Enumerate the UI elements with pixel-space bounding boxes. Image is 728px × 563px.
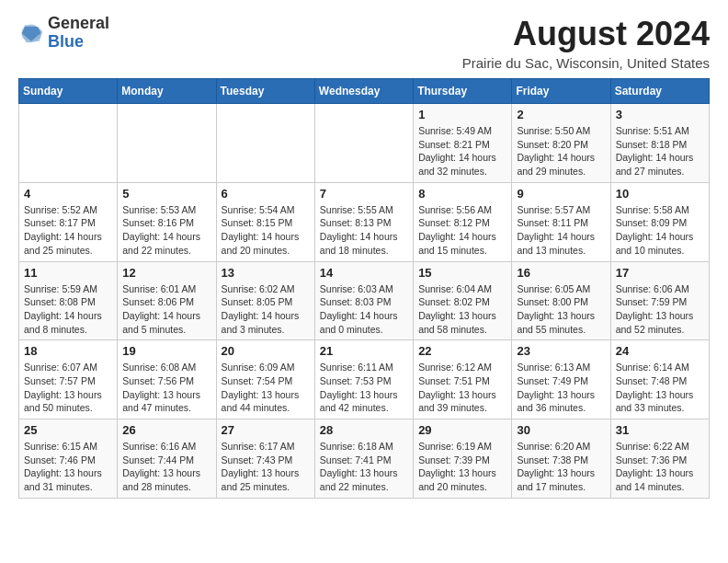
calendar-cell: 29Sunrise: 6:19 AM Sunset: 7:39 PM Dayli… [414,419,512,499]
calendar-week-row: 1Sunrise: 5:49 AM Sunset: 8:21 PM Daylig… [19,104,710,183]
day-number: 30 [517,423,605,437]
day-number: 11 [24,266,112,280]
calendar-cell: 13Sunrise: 6:02 AM Sunset: 8:05 PM Dayli… [216,261,314,340]
day-number: 8 [418,187,506,201]
day-info: Sunrise: 6:01 AM Sunset: 8:06 PM Dayligh… [122,282,210,337]
day-number: 13 [222,266,310,280]
title-area: August 2024 Prairie du Sac, Wisconsin, U… [462,15,710,71]
calendar-cell [19,104,118,183]
day-number: 31 [616,423,704,437]
day-number: 28 [320,423,408,437]
day-info: Sunrise: 6:05 AM Sunset: 8:00 PM Dayligh… [517,282,605,337]
day-info: Sunrise: 6:13 AM Sunset: 7:49 PM Dayligh… [517,361,605,415]
day-number: 25 [24,423,112,437]
day-number: 27 [222,423,310,437]
calendar-cell: 11Sunrise: 5:59 AM Sunset: 8:08 PM Dayli… [19,261,118,340]
calendar-cell: 16Sunrise: 6:05 AM Sunset: 8:00 PM Dayli… [512,261,610,340]
calendar-cell: 12Sunrise: 6:01 AM Sunset: 8:06 PM Dayli… [118,261,216,340]
day-number: 4 [24,187,112,201]
day-number: 26 [122,423,210,437]
day-number: 22 [418,344,506,358]
day-info: Sunrise: 6:02 AM Sunset: 8:05 PM Dayligh… [222,282,310,337]
calendar-cell: 24Sunrise: 6:14 AM Sunset: 7:48 PM Dayli… [610,340,709,419]
day-info: Sunrise: 6:07 AM Sunset: 7:57 PM Dayligh… [24,361,112,415]
calendar-cell: 3Sunrise: 5:51 AM Sunset: 8:18 PM Daylig… [610,104,709,183]
day-number: 17 [616,266,704,280]
day-number: 3 [616,108,704,121]
day-number: 9 [517,187,605,201]
day-info: Sunrise: 6:08 AM Sunset: 7:56 PM Dayligh… [122,361,210,415]
calendar-cell: 26Sunrise: 6:16 AM Sunset: 7:44 PM Dayli… [118,419,216,499]
location-subtitle: Prairie du Sac, Wisconsin, United States [462,55,710,71]
calendar-cell [118,104,216,183]
day-info: Sunrise: 6:11 AM Sunset: 7:53 PM Dayligh… [320,361,408,415]
day-number: 20 [222,344,310,358]
day-info: Sunrise: 5:51 AM Sunset: 8:18 PM Dayligh… [616,124,704,178]
day-info: Sunrise: 6:20 AM Sunset: 7:38 PM Dayligh… [517,440,605,494]
day-of-week-header: Saturday [610,79,709,104]
day-info: Sunrise: 5:53 AM Sunset: 8:16 PM Dayligh… [122,203,210,258]
calendar-cell: 20Sunrise: 6:09 AM Sunset: 7:54 PM Dayli… [216,340,314,419]
day-info: Sunrise: 5:50 AM Sunset: 8:20 PM Dayligh… [517,124,605,178]
calendar-cell: 4Sunrise: 5:52 AM Sunset: 8:17 PM Daylig… [19,182,118,261]
day-number: 23 [517,344,605,358]
day-info: Sunrise: 6:03 AM Sunset: 8:03 PM Dayligh… [320,282,408,337]
day-info: Sunrise: 5:49 AM Sunset: 8:21 PM Dayligh… [418,124,506,178]
day-of-week-header: Thursday [414,79,512,104]
calendar-cell: 23Sunrise: 6:13 AM Sunset: 7:49 PM Dayli… [512,340,610,419]
calendar-cell [314,104,413,183]
day-of-week-header: Tuesday [216,79,314,104]
day-info: Sunrise: 6:14 AM Sunset: 7:48 PM Dayligh… [616,361,704,415]
day-number: 16 [517,266,605,280]
day-number: 29 [418,423,506,437]
day-number: 6 [222,187,310,201]
day-number: 14 [320,266,408,280]
header: General Blue August 2024 Prairie du Sac,… [18,15,710,71]
day-number: 1 [418,108,506,121]
day-info: Sunrise: 6:18 AM Sunset: 7:41 PM Dayligh… [320,440,408,494]
calendar-cell [216,104,314,183]
calendar-cell: 14Sunrise: 6:03 AM Sunset: 8:03 PM Dayli… [314,261,413,340]
calendar-table: SundayMondayTuesdayWednesdayThursdayFrid… [18,78,710,499]
header-row: SundayMondayTuesdayWednesdayThursdayFrid… [19,79,710,104]
day-info: Sunrise: 5:57 AM Sunset: 8:11 PM Dayligh… [517,203,605,258]
day-number: 12 [122,266,210,280]
calendar-cell: 10Sunrise: 5:58 AM Sunset: 8:09 PM Dayli… [610,182,709,261]
calendar-cell: 18Sunrise: 6:07 AM Sunset: 7:57 PM Dayli… [19,340,118,419]
calendar-cell: 21Sunrise: 6:11 AM Sunset: 7:53 PM Dayli… [314,340,413,419]
day-number: 21 [320,344,408,358]
calendar-week-row: 25Sunrise: 6:15 AM Sunset: 7:46 PM Dayli… [19,419,710,499]
day-number: 15 [418,266,506,280]
day-info: Sunrise: 6:17 AM Sunset: 7:43 PM Dayligh… [222,440,310,494]
day-of-week-header: Sunday [19,79,118,104]
calendar-cell: 6Sunrise: 5:54 AM Sunset: 8:15 PM Daylig… [216,182,314,261]
calendar-cell: 25Sunrise: 6:15 AM Sunset: 7:46 PM Dayli… [19,419,118,499]
calendar-week-row: 18Sunrise: 6:07 AM Sunset: 7:57 PM Dayli… [19,340,710,419]
calendar-cell: 17Sunrise: 6:06 AM Sunset: 7:59 PM Dayli… [610,261,709,340]
day-of-week-header: Monday [118,79,216,104]
calendar-week-row: 11Sunrise: 5:59 AM Sunset: 8:08 PM Dayli… [19,261,710,340]
day-info: Sunrise: 5:55 AM Sunset: 8:13 PM Dayligh… [320,203,408,258]
logo-text: General Blue [48,15,109,52]
calendar-cell: 19Sunrise: 6:08 AM Sunset: 7:56 PM Dayli… [118,340,216,419]
day-number: 10 [616,187,704,201]
calendar-week-row: 4Sunrise: 5:52 AM Sunset: 8:17 PM Daylig… [19,182,710,261]
day-of-week-header: Wednesday [314,79,413,104]
day-number: 19 [122,344,210,358]
calendar-cell: 2Sunrise: 5:50 AM Sunset: 8:20 PM Daylig… [512,104,610,183]
calendar-cell: 9Sunrise: 5:57 AM Sunset: 8:11 PM Daylig… [512,182,610,261]
day-info: Sunrise: 5:58 AM Sunset: 8:09 PM Dayligh… [616,203,704,258]
calendar-cell: 1Sunrise: 5:49 AM Sunset: 8:21 PM Daylig… [414,104,512,183]
day-number: 7 [320,187,408,201]
logo: General Blue [18,15,109,52]
day-info: Sunrise: 6:22 AM Sunset: 7:36 PM Dayligh… [616,440,704,494]
logo-icon [18,20,44,46]
calendar-cell: 30Sunrise: 6:20 AM Sunset: 7:38 PM Dayli… [512,419,610,499]
calendar-cell: 15Sunrise: 6:04 AM Sunset: 8:02 PM Dayli… [414,261,512,340]
day-info: Sunrise: 6:15 AM Sunset: 7:46 PM Dayligh… [24,440,112,494]
month-year-title: August 2024 [462,15,710,53]
day-info: Sunrise: 6:06 AM Sunset: 7:59 PM Dayligh… [616,282,704,337]
day-number: 24 [616,344,704,358]
day-info: Sunrise: 5:56 AM Sunset: 8:12 PM Dayligh… [418,203,506,258]
calendar-cell: 22Sunrise: 6:12 AM Sunset: 7:51 PM Dayli… [414,340,512,419]
